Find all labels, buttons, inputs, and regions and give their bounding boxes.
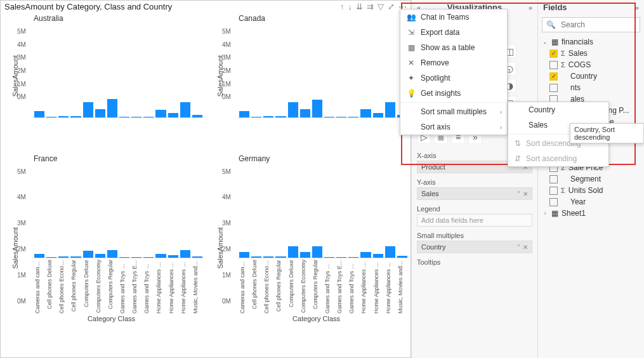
ctx-remove[interactable]: ✕Remove (400, 55, 507, 70)
remove-field-icon[interactable]: ✕ (523, 244, 528, 251)
filter-icon[interactable]: ▽ (378, 2, 384, 11)
field-checkbox[interactable] (549, 175, 558, 183)
next-level-icon[interactable]: ⇉ (367, 2, 374, 11)
drill-down-icon[interactable]: ↓ (348, 2, 353, 11)
bar[interactable] (324, 117, 334, 117)
bar[interactable] (373, 254, 383, 257)
bar[interactable] (34, 254, 44, 258)
bar[interactable] (312, 100, 322, 117)
bar[interactable] (263, 116, 273, 117)
remove-field-icon[interactable]: ✕ (523, 190, 528, 197)
small-multiples-well-label: Small multiples (417, 232, 532, 239)
bar[interactable] (385, 246, 395, 257)
table-sheet1[interactable]: ›▦Sheet1 (538, 208, 644, 219)
ctx-sort-small-multiples[interactable]: Sort small multiples› (400, 104, 507, 119)
bar[interactable] (107, 99, 117, 117)
field-row[interactable]: ΣUnits Sold (538, 185, 644, 196)
bar[interactable] (155, 254, 166, 257)
bar[interactable] (324, 257, 334, 258)
drill-up-icon[interactable]: ↑ (340, 2, 345, 11)
bar[interactable] (312, 246, 322, 258)
ctx-table[interactable]: ▦Show as a table (400, 40, 507, 55)
bar[interactable] (180, 102, 190, 117)
chevron-down-icon[interactable]: ˅ (517, 244, 520, 251)
bar[interactable] (131, 257, 141, 258)
bar[interactable] (155, 110, 166, 117)
bar[interactable] (288, 102, 298, 117)
bar[interactable] (143, 257, 154, 258)
bar[interactable] (119, 257, 129, 258)
field-checkbox[interactable] (549, 61, 558, 69)
bar[interactable] (336, 117, 346, 117)
collapse-right-icon[interactable]: » (529, 4, 532, 11)
bar[interactable] (251, 256, 261, 257)
bar[interactable] (348, 257, 358, 258)
field-checkbox[interactable]: ✓ (549, 72, 558, 81)
table-financials[interactable]: ⌄▦financials (538, 36, 644, 48)
bar[interactable] (239, 111, 249, 117)
bar[interactable] (95, 254, 105, 257)
bar[interactable] (275, 256, 286, 258)
bar[interactable] (107, 250, 117, 258)
bar[interactable] (300, 252, 310, 257)
search-input[interactable] (560, 20, 636, 30)
bar[interactable] (83, 251, 93, 257)
bar[interactable] (373, 113, 383, 117)
field-row[interactable]: ✓Country (538, 70, 644, 82)
bar[interactable] (95, 109, 105, 117)
sort-ascending[interactable]: ⇵Sort ascending (508, 151, 608, 166)
bar[interactable] (46, 117, 56, 117)
bar[interactable] (360, 109, 371, 117)
field-row[interactable]: nts (538, 82, 644, 93)
bar[interactable] (83, 102, 93, 117)
ctx-sort-axis[interactable]: Sort axis› (400, 119, 507, 135)
bar[interactable] (180, 250, 190, 257)
chevron-right-icon: › (542, 210, 548, 216)
bar[interactable] (288, 246, 298, 257)
bar[interactable] (168, 113, 178, 117)
bar[interactable] (263, 256, 273, 258)
fields-search[interactable]: 🔍 (542, 17, 640, 32)
focus-mode-icon[interactable]: ⤢ (388, 2, 395, 11)
sort-by-country[interactable]: Country (508, 102, 608, 117)
bar[interactable] (348, 117, 358, 117)
yaxis-well[interactable]: Sales ˅✕ (417, 187, 532, 200)
bar[interactable] (58, 116, 69, 117)
bar[interactable] (300, 109, 310, 117)
bar[interactable] (119, 117, 129, 117)
legend-well[interactable]: Add data fields here (417, 214, 532, 227)
bar[interactable] (70, 116, 81, 117)
bar[interactable] (34, 111, 44, 117)
bar[interactable] (251, 117, 261, 117)
expand-icon[interactable]: ⇊ (356, 2, 363, 11)
bar[interactable] (239, 252, 249, 258)
bar[interactable] (192, 256, 202, 258)
field-row[interactable]: Year (538, 196, 644, 208)
field-checkbox[interactable] (549, 198, 558, 206)
chevron-down-icon[interactable]: ˅ (517, 190, 520, 197)
small-multiples-well[interactable]: Country ˅✕ (417, 241, 532, 253)
field-row[interactable]: ✓ΣSales (538, 48, 644, 59)
collapse-right-icon[interactable]: » (635, 4, 639, 11)
bar[interactable] (360, 252, 371, 257)
bar[interactable] (275, 116, 286, 117)
bar[interactable] (58, 256, 69, 257)
bar[interactable] (168, 255, 178, 258)
bar[interactable] (192, 115, 202, 117)
ctx-insights[interactable]: 💡Get insights (400, 86, 507, 101)
bar[interactable] (131, 117, 141, 117)
ctx-export[interactable]: ⇲Export data (400, 25, 507, 40)
field-row[interactable]: Segment (538, 173, 644, 185)
bar[interactable] (46, 257, 56, 258)
bar[interactable] (397, 256, 407, 258)
field-row[interactable]: ΣCOGS (538, 59, 644, 70)
bar[interactable] (336, 257, 346, 258)
bar[interactable] (143, 117, 154, 117)
ctx-teams[interactable]: 👥Chat in Teams (400, 10, 507, 25)
field-checkbox[interactable] (549, 84, 558, 92)
bar[interactable] (70, 256, 81, 257)
field-checkbox[interactable]: ✓ (549, 50, 558, 58)
ctx-spotlight[interactable]: ✦Spotlight (400, 70, 507, 86)
field-checkbox[interactable] (549, 187, 558, 195)
bar[interactable] (385, 102, 395, 117)
